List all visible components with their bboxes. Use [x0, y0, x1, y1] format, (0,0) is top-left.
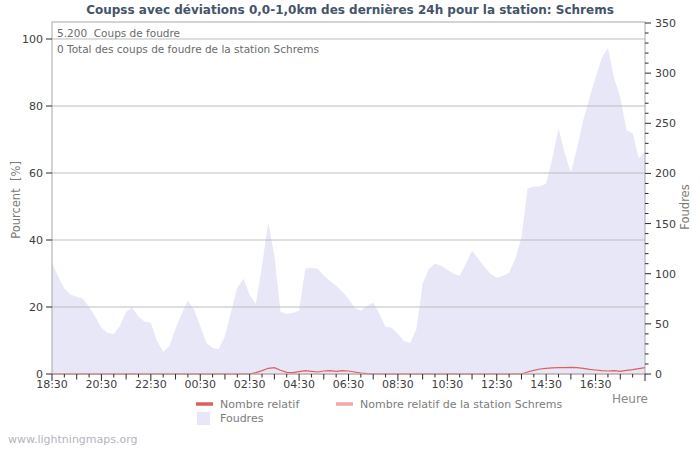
chart-title: Coupss avec déviations 0,0-1,0km des der…	[86, 3, 614, 17]
x-tick-label: 12:30	[481, 378, 513, 391]
foudres-area-series	[52, 48, 645, 374]
y-right-tick-label: 250	[655, 117, 676, 130]
y-right-tick-label: 300	[655, 67, 676, 80]
x-tick-label: 00:30	[184, 378, 216, 391]
y-right-tick-label: 200	[655, 167, 676, 180]
y-right-tick-label: 50	[655, 318, 669, 331]
x-tick-label: 20:30	[86, 378, 118, 391]
lightning-chart-page: 02040608010005010015020025030035018:3020…	[0, 0, 700, 450]
lightning-strikes-chart: 02040608010005010015020025030035018:3020…	[0, 0, 700, 450]
legend-label-nombre-relatif-station: Nombre relatif de la station Schrems	[360, 398, 562, 411]
x-tick-label: 22:30	[135, 378, 167, 391]
x-tick-label: 14:30	[530, 378, 562, 391]
y-left-axis-title: Pourcent [%]	[9, 161, 23, 239]
y-right-tick-label: 100	[655, 268, 676, 281]
y-left-tick-label: 80	[29, 100, 43, 113]
x-tick-label: 02:30	[234, 378, 266, 391]
legend-swatch-foudres	[197, 412, 210, 425]
y-right-tick-label: 350	[655, 17, 676, 30]
station-total-annotation: 0 Total des coups de foudre de la statio…	[57, 43, 319, 55]
y-left-tick-label: 100	[22, 33, 43, 46]
x-axis-title: Heure	[612, 392, 648, 406]
x-tick-label: 04:30	[283, 378, 315, 391]
y-right-tick-label: 0	[655, 368, 662, 381]
legend: Nombre relatif Nombre relatif de la stat…	[196, 398, 562, 425]
y-left-tick-label: 40	[29, 234, 43, 247]
x-tick-label: 10:30	[431, 378, 463, 391]
x-tick-label: 06:30	[333, 378, 365, 391]
total-strikes-annotation: 5.200 Coups de foudre	[57, 27, 180, 39]
x-tick-label: 18:30	[36, 378, 68, 391]
x-tick-label: 08:30	[382, 378, 414, 391]
y-left-tick-label: 20	[29, 301, 43, 314]
watermark: www.lightningmaps.org	[8, 433, 138, 446]
y-left-tick-label: 60	[29, 167, 43, 180]
legend-label-nombre-relatif: Nombre relatif	[220, 398, 300, 411]
y-right-tick-label: 150	[655, 218, 676, 231]
legend-label-foudres: Foudres	[220, 412, 264, 425]
x-tick-label: 16:30	[580, 378, 612, 391]
y-right-axis-title: Foudres	[678, 184, 692, 229]
